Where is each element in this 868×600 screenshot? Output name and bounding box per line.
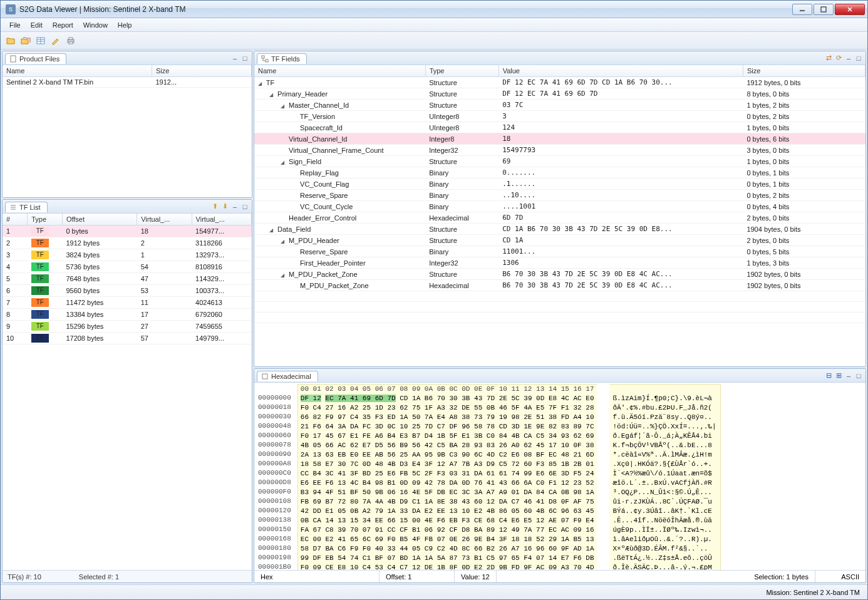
hex-body[interactable]: 0000000000000018000000300000004800000060… xyxy=(254,383,865,570)
product-files-tab[interactable]: Product Files xyxy=(5,53,66,64)
table-row[interactable]: 5TF7648 bytes47114329... xyxy=(3,273,252,285)
table-row[interactable]: Sentinel 2 X-band TM TF.bin1912... xyxy=(3,77,252,88)
caret-icon[interactable] xyxy=(281,101,287,109)
caret-icon[interactable] xyxy=(269,90,276,98)
col-size[interactable]: Size xyxy=(152,65,252,77)
col-type[interactable]: Type xyxy=(28,214,63,225)
tf-count-label: TF(s) #: 10 xyxy=(8,573,41,581)
tf-list-tab[interactable]: TF List xyxy=(5,202,48,212)
table-row[interactable]: M_PDU_Packet_ZoneHexadecimalB6 70 30 3B … xyxy=(254,280,865,291)
arrow-down-icon[interactable]: ⬇ xyxy=(220,202,229,211)
workspace: Product Files – □ Name Size Sentine xyxy=(1,49,867,584)
svg-rect-11 xyxy=(11,56,16,62)
table-row[interactable]: Replay_FlagBinary0.......0 bytes, 1 bits xyxy=(254,167,865,178)
col-idx[interactable]: # xyxy=(3,214,28,225)
minimize-panel-icon[interactable]: – xyxy=(844,54,853,63)
col-virtual2[interactable]: Virtual_... xyxy=(192,214,251,225)
minimize-button[interactable] xyxy=(792,4,812,15)
minimize-panel-icon[interactable]: – xyxy=(230,202,239,211)
col-fname[interactable]: Name xyxy=(254,65,425,77)
table-row[interactable]: Reserve_SpareBinary11001...0 bytes, 5 bi… xyxy=(254,246,865,257)
caret-icon[interactable] xyxy=(281,158,287,165)
col-virtual1[interactable]: Virtual_... xyxy=(137,214,192,225)
table-row[interactable]: 3TF3824 bytes1132973... xyxy=(3,249,252,261)
table-row[interactable]: 2TF1912 bytes23118266 xyxy=(3,237,252,249)
table-row[interactable]: VC_Count_CycleBinary....10010 bytes, 4 b… xyxy=(254,201,865,212)
table-row[interactable]: Master_Channel_IdStructure03 7C1 bytes, … xyxy=(254,100,865,111)
list-icon xyxy=(9,204,17,211)
table-row[interactable]: Primary_HeaderStructureDF 12 EC 7A 41 69… xyxy=(254,88,865,100)
tf-fields-table[interactable]: Name Type Value Size TFStructureDF 12 EC… xyxy=(254,65,865,323)
table-row[interactable]: Reserve_SpareBinary..10....0 bytes, 2 bi… xyxy=(254,190,865,201)
table-row[interactable]: TF_VersionUInteger830 bytes, 2 bits xyxy=(254,111,865,122)
svg-rect-17 xyxy=(262,374,267,379)
table-row[interactable]: Data_FieldStructureCD 1A B6 70 30 3B 43 … xyxy=(254,224,865,235)
maximize-panel-icon[interactable]: □ xyxy=(240,54,249,63)
minimize-panel-icon[interactable]: – xyxy=(230,54,239,63)
caret-icon[interactable] xyxy=(269,225,276,233)
replace-icon[interactable]: ⇄ xyxy=(824,54,833,63)
status-bar: Mission: Sentinel 2 X-band TM xyxy=(1,584,867,599)
table-row[interactable]: TFStructureDF 12 EC 7A 41 69 6D 7D CD 1A… xyxy=(254,77,865,88)
table-row[interactable]: Virtual_Channel_Frame_CountInteger321549… xyxy=(254,145,865,156)
col-fsize[interactable]: Size xyxy=(743,65,865,77)
table-row[interactable]: 4TF5736 bytes548108916 xyxy=(3,261,252,273)
window-controls xyxy=(791,4,865,15)
close-button[interactable] xyxy=(835,4,865,15)
col-fvalue[interactable]: Value xyxy=(499,65,743,77)
open-file-icon[interactable] xyxy=(4,34,17,47)
menu-edit[interactable]: Edit xyxy=(26,19,48,31)
tf-fields-title: TF Fields xyxy=(271,55,300,63)
svg-rect-9 xyxy=(69,38,73,39)
table-row[interactable]: VC_Count_FlagBinary.1......0 bytes, 1 bi… xyxy=(254,178,865,190)
menu-report[interactable]: Report xyxy=(48,19,78,31)
table-row[interactable]: 1TF0 bytes18154977... xyxy=(3,225,252,237)
document-icon xyxy=(9,55,17,63)
svg-rect-1 xyxy=(821,7,826,12)
table-row[interactable]: 6TF9560 bytes53100373... xyxy=(3,285,252,297)
shrink-icon[interactable]: ⊟ xyxy=(824,371,833,380)
table-row[interactable]: Header_Error_ControlHexadecimal6D 7D2 by… xyxy=(254,212,865,224)
table-row[interactable]: Virtual_Channel_IdInteger8180 bytes, 6 b… xyxy=(254,133,865,145)
table-row[interactable]: 8TF13384 bytes176792060 xyxy=(3,309,252,321)
tf-list-table[interactable]: # Type Offset Virtual_... Virtual_... 1T… xyxy=(3,214,252,344)
hex-tab[interactable]: Hexadecimal xyxy=(257,371,318,381)
panel-tf-list: TF List ⬆ ⬇ – □ # Type xyxy=(2,199,252,583)
sync-icon[interactable]: ⟳ xyxy=(834,54,843,63)
arrow-up-icon[interactable]: ⬆ xyxy=(210,202,219,211)
col-offset[interactable]: Offset xyxy=(62,214,137,225)
menu-window[interactable]: Window xyxy=(78,19,113,31)
col-ftype[interactable]: Type xyxy=(425,65,499,77)
caret-icon[interactable] xyxy=(281,271,287,278)
table-row[interactable]: M_PDU_Packet_ZoneStructureB6 70 30 3B 43… xyxy=(254,269,865,280)
product-files-table[interactable]: Name Size Sentinel 2 X-band TM TF.bin191… xyxy=(3,65,252,88)
maximize-panel-icon[interactable]: □ xyxy=(854,54,863,63)
table-row[interactable]: 9TF15296 bytes277459655 xyxy=(3,321,252,333)
table-row[interactable]: M_PDU_HeaderStructureCD 1A2 bytes, 0 bit… xyxy=(254,235,865,246)
maximize-panel-icon[interactable]: □ xyxy=(240,202,249,211)
print-icon[interactable] xyxy=(65,34,77,47)
menu-file[interactable]: File xyxy=(4,19,26,31)
tf-fields-tab[interactable]: TF Fields xyxy=(257,53,307,64)
table-row[interactable]: 10TF17208 bytes57149799... xyxy=(3,333,252,344)
minimize-panel-icon[interactable]: – xyxy=(844,371,853,380)
table-view-icon[interactable] xyxy=(34,34,47,47)
toolbar xyxy=(1,32,867,49)
maximize-button[interactable] xyxy=(814,4,834,15)
table-row[interactable]: 7TF11472 bytes114024613 xyxy=(3,297,252,309)
table-row[interactable]: Spacecraft_IdUInteger81241 bytes, 0 bits xyxy=(254,122,865,133)
menu-help[interactable]: Help xyxy=(113,19,137,31)
window-title: S2G Data Viewer | Mission: Sentinel 2 X-… xyxy=(19,5,791,14)
edit-icon[interactable] xyxy=(49,34,62,47)
hex-mode: Hex xyxy=(254,571,380,582)
table-row[interactable]: First_Header_PointerInteger3213061 bytes… xyxy=(254,257,865,269)
col-name[interactable]: Name xyxy=(3,65,152,77)
caret-icon[interactable] xyxy=(258,79,264,86)
expand-icon[interactable]: ⊞ xyxy=(834,371,843,380)
product-files-title: Product Files xyxy=(19,55,59,63)
caret-icon[interactable] xyxy=(281,237,287,244)
maximize-panel-icon[interactable]: □ xyxy=(854,371,863,380)
open-multi-icon[interactable] xyxy=(19,34,32,47)
menubar: File Edit Report Window Help xyxy=(1,18,867,32)
table-row[interactable]: Sign_FieldStructure691 bytes, 0 bits xyxy=(254,156,865,167)
